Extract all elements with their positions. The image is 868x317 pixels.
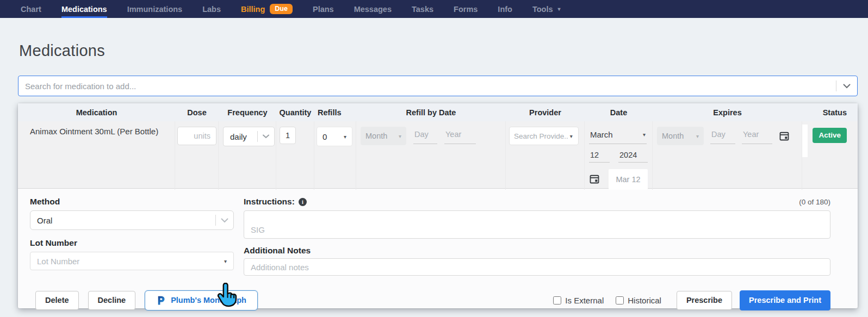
chevron-down-icon (263, 134, 269, 139)
additional-notes-input[interactable] (244, 258, 830, 276)
scroll-gap (802, 125, 808, 157)
triangle-down-icon: ▾ (344, 134, 346, 140)
medication-editor-card: Medication Dose Frequency Quantity Refil… (18, 103, 858, 308)
medication-search (18, 76, 858, 96)
tab-forms[interactable]: Forms (454, 0, 478, 18)
lot-number-label: Lot Number (30, 238, 234, 248)
lot-number-select[interactable]: Lot Number ▾ (30, 252, 234, 270)
refill-by-date-cell: Month ▾ (356, 121, 506, 190)
delete-button[interactable]: Delete (35, 291, 79, 310)
col-header-medication: Medication (18, 108, 175, 117)
plumbs-monograph-button[interactable]: Plumb's Monograph (145, 290, 258, 310)
col-header-status: Status (802, 108, 858, 117)
table-header-row: Medication Dose Frequency Quantity Refil… (18, 103, 858, 121)
lot-number-placeholder: Lot Number (37, 257, 79, 266)
tab-label: Billing (241, 5, 265, 14)
tab-billing[interactable]: Billing Due (241, 0, 293, 18)
provider-select[interactable]: Search Provide.. ▾ (509, 127, 579, 145)
date-cell: March ▾ Mar 12 (585, 121, 653, 190)
triangle-down-icon: ▾ (643, 132, 646, 138)
chevron-down-icon (221, 218, 228, 223)
frequency-select[interactable]: daily (223, 127, 275, 146)
col-header-frequency: Frequency (219, 108, 276, 117)
prescription-form: Method Oral Lot Number Lot Number ▾ Inst… (18, 189, 858, 276)
refill-month-placeholder: Month (365, 132, 387, 140)
caret-down-icon: ▾ (558, 6, 561, 12)
tab-info[interactable]: Info (498, 0, 512, 18)
tab-chart[interactable]: Chart (21, 0, 41, 18)
tab-plans[interactable]: Plans (313, 0, 334, 18)
is-external-checkbox-input[interactable] (553, 296, 561, 304)
search-dropdown-toggle[interactable] (836, 84, 857, 89)
tab-tasks[interactable]: Tasks (412, 0, 433, 18)
refills-value: 0 (323, 132, 327, 141)
calendar-icon (779, 130, 790, 141)
is-external-checkbox[interactable]: Is External (553, 296, 604, 305)
medication-search-input[interactable] (18, 82, 836, 91)
expires-year-input[interactable] (742, 127, 772, 144)
date-calendar-button[interactable] (589, 173, 600, 186)
tab-label: Labs (202, 5, 221, 14)
refills-select[interactable]: 0 ▾ (317, 127, 352, 146)
refills-cell: 0 ▾ (314, 121, 356, 190)
expires-cell: Month ▾ (653, 121, 802, 190)
additional-notes-label: Additional Notes (244, 246, 830, 256)
refill-year-input[interactable] (444, 127, 476, 144)
action-bar: Delete Decline Plumb's Monograph Is Exte… (18, 276, 858, 310)
date-year-input[interactable] (618, 148, 648, 163)
plumbs-label: Plumb's Monograph (171, 296, 246, 304)
tab-label: Medications (61, 5, 107, 14)
provider-cell: Search Provide.. ▾ (506, 121, 585, 190)
historical-label: Historical (628, 296, 661, 305)
provider-placeholder: Search Provide.. (514, 132, 568, 140)
col-header-quantity: Quantity (276, 108, 314, 117)
refill-month-select[interactable]: Month ▾ (361, 127, 406, 145)
triangle-down-icon: ▾ (570, 133, 573, 139)
col-header-refill-by-date: Refill by Date (356, 108, 506, 117)
top-nav: Chart Medications Immunizations Labs Bil… (0, 0, 868, 18)
tab-label: Chart (21, 5, 41, 14)
medication-row: Animax Ointment 30mL (Per Bottle) daily … (18, 121, 858, 189)
tab-label: Messages (354, 5, 392, 14)
quantity-cell (276, 121, 314, 190)
instructions-label: Instructions: (244, 197, 295, 207)
date-day-input[interactable] (589, 148, 610, 163)
tab-label: Forms (454, 5, 478, 14)
method-select[interactable]: Oral (30, 210, 234, 230)
tab-labs[interactable]: Labs (202, 0, 221, 18)
info-icon[interactable]: i (299, 198, 307, 206)
tab-label: Plans (313, 5, 334, 14)
instructions-input[interactable] (244, 210, 830, 239)
date-month-select[interactable]: March ▾ (589, 127, 647, 144)
col-header-expires: Expires (653, 108, 802, 117)
historical-checkbox[interactable]: Historical (616, 296, 661, 305)
form-left-column: Method Oral Lot Number Lot Number ▾ (30, 197, 234, 276)
dose-cell (175, 121, 219, 190)
quantity-input[interactable] (280, 127, 296, 144)
decline-button[interactable]: Decline (88, 291, 136, 310)
prescribe-button[interactable]: Prescribe (677, 291, 732, 310)
expires-month-placeholder: Month (662, 132, 684, 140)
status-cell: Active (802, 121, 858, 190)
tab-immunizations[interactable]: Immunizations (127, 0, 183, 18)
status-badge: Active (813, 128, 847, 143)
dose-input[interactable] (177, 127, 216, 145)
tab-medications[interactable]: Medications (61, 0, 107, 18)
expires-day-input[interactable] (710, 127, 735, 144)
historical-checkbox-input[interactable] (616, 296, 624, 304)
date-month-value: March (590, 130, 613, 139)
prescribe-and-print-button[interactable]: Prescribe and Print (740, 290, 830, 310)
col-header-refills: Refills (314, 108, 356, 117)
expires-calendar-button[interactable] (779, 130, 790, 143)
tab-tools[interactable]: Tools ▾ (532, 0, 561, 18)
tab-label: Immunizations (127, 5, 183, 14)
col-header-provider: Provider (506, 108, 585, 117)
expires-month-select[interactable]: Month ▾ (657, 127, 704, 145)
refill-day-input[interactable] (413, 127, 437, 144)
tab-messages[interactable]: Messages (354, 0, 392, 18)
method-label: Method (30, 197, 234, 207)
method-value: Oral (30, 216, 215, 225)
triangle-down-icon: ▾ (696, 133, 699, 139)
form-right-column: Instructions: i (0 of 180) Additional No… (244, 197, 830, 276)
triangle-down-icon: ▾ (399, 133, 401, 139)
